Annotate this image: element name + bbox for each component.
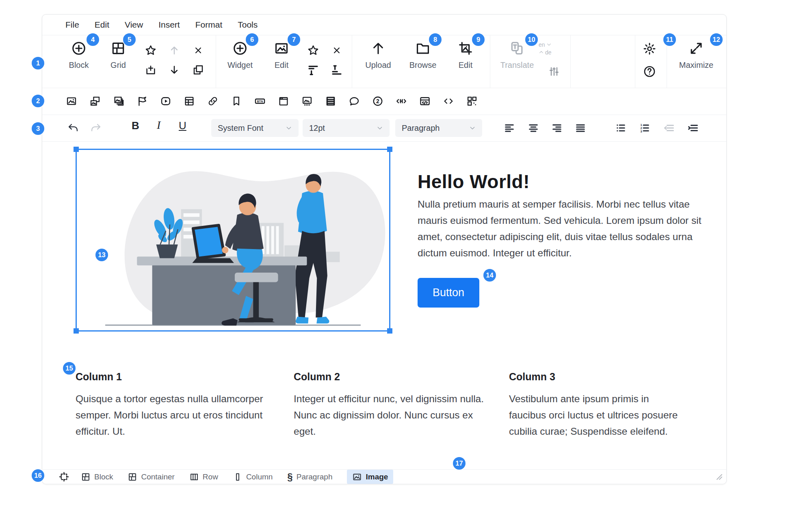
menu-tools[interactable]: Tools — [238, 20, 258, 30]
chevron-down-icon — [469, 125, 476, 131]
insert-embed-button[interactable] — [419, 95, 431, 107]
path-item-block[interactable]: Block — [81, 472, 113, 482]
image-crop-icon — [458, 41, 473, 58]
upload-arrow-icon — [370, 41, 386, 58]
column-title: Column 3 — [509, 371, 680, 383]
favorite-star-button[interactable] — [304, 42, 322, 59]
focus-outline-button[interactable] — [58, 471, 69, 482]
circle-plus-icon — [232, 41, 248, 58]
align-center-button[interactable] — [528, 122, 539, 134]
column-title: Column 2 — [294, 371, 485, 383]
selected-image-block[interactable] — [76, 149, 390, 332]
resize-handle-top-right[interactable] — [387, 147, 392, 152]
insert-steps-button[interactable]: 2 — [372, 95, 383, 107]
insert-blocks-button[interactable] — [466, 95, 478, 107]
callout-badge-15: 15 — [63, 362, 76, 375]
path-item-column[interactable]: Column — [233, 472, 273, 482]
insert-button-button[interactable]: BTN — [254, 95, 266, 107]
menu-format[interactable]: Format — [195, 20, 223, 30]
editor-window: File Edit View Insert Format Tools Block… — [42, 14, 727, 484]
favorite-star-button[interactable] — [142, 42, 160, 59]
menu-view[interactable]: View — [125, 20, 143, 30]
insert-video-button[interactable] — [160, 95, 171, 107]
duplicate-button[interactable] — [189, 62, 207, 78]
numbered-list-button[interactable]: 123 — [639, 122, 650, 134]
upload-image-button[interactable]: Upload — [357, 41, 399, 70]
move-down-button[interactable] — [165, 62, 183, 78]
undo-button[interactable] — [67, 122, 79, 134]
translate-options-button[interactable] — [545, 63, 563, 80]
callout-badge-8: 8 — [429, 33, 442, 46]
content-paragraph[interactable]: Nulla pretium mauris at semper facilisis… — [418, 196, 707, 261]
resize-handle-bottom-right[interactable] — [387, 328, 392, 334]
editor-canvas[interactable]: Hello World! Nulla pretium mauris at sem… — [42, 141, 726, 470]
outdent-button[interactable] — [663, 122, 675, 134]
grid-icon — [110, 41, 126, 58]
move-up-button[interactable] — [165, 42, 183, 59]
align-right-button[interactable] — [551, 122, 563, 134]
resize-grip[interactable] — [716, 474, 723, 482]
menu-bar: File Edit View Insert Format Tools — [42, 15, 726, 35]
callout-badge-5: 5 — [123, 33, 136, 46]
remove-widget-button[interactable] — [328, 42, 346, 59]
content-heading[interactable]: Hello World! — [418, 171, 530, 193]
caption-bottom-button[interactable] — [328, 62, 346, 78]
insert-banner-button[interactable] — [136, 95, 148, 107]
insert-image-button[interactable] — [66, 95, 77, 107]
content-cta-button[interactable]: Button — [418, 278, 479, 308]
menu-edit[interactable]: Edit — [95, 20, 109, 30]
path-item-image[interactable]: Image — [347, 470, 393, 484]
insert-table-button[interactable] — [184, 95, 195, 107]
bold-button[interactable]: B — [132, 119, 139, 132]
delete-block-button[interactable] — [189, 42, 207, 59]
insert-comment-button[interactable] — [349, 95, 360, 107]
content-column-3[interactable]: Column 3 Vestibulum ante ipsum primis in… — [509, 371, 680, 440]
insert-heading-button[interactable] — [396, 95, 407, 107]
align-left-button[interactable] — [504, 122, 515, 134]
insert-slideshow-button[interactable] — [301, 95, 313, 107]
container-icon — [128, 472, 137, 482]
insert-image-set-button[interactable] — [89, 95, 101, 107]
insert-grid-button[interactable]: Grid — [97, 41, 139, 70]
insert-code-button[interactable] — [443, 95, 454, 107]
chevron-up-icon — [539, 50, 544, 55]
insert-anchor-button[interactable] — [231, 95, 242, 107]
svg-text:3: 3 — [641, 130, 642, 133]
language-switcher[interactable]: en de — [539, 41, 574, 56]
insert-link-button[interactable] — [207, 95, 219, 107]
font-family-select[interactable]: System Font — [211, 119, 299, 137]
menu-insert[interactable]: Insert — [158, 20, 180, 30]
insert-template-button[interactable] — [278, 95, 289, 107]
chevron-down-icon — [377, 125, 383, 131]
callout-badge-6: 6 — [246, 33, 258, 46]
indent-button[interactable] — [687, 122, 699, 134]
toolbar-insert: BTN 2 — [42, 88, 726, 115]
menu-file[interactable]: File — [65, 20, 79, 30]
path-item-container[interactable]: Container — [128, 472, 174, 482]
insert-gallery-button[interactable] — [113, 95, 124, 107]
maximize-button[interactable]: Maximize — [675, 41, 717, 70]
content-column-1[interactable]: Column 1 Quisque a tortor egestas nulla … — [76, 371, 266, 440]
callout-badge-7: 7 — [288, 33, 300, 46]
font-size-select[interactable]: 12pt — [303, 119, 390, 137]
content-column-2[interactable]: Column 2 Integer ut efficitur nunc, vel … — [294, 371, 485, 440]
toolbar-formatting: B I U System Font 12pt Paragraph 123 — [42, 115, 726, 142]
settings-gear-button[interactable] — [641, 41, 658, 57]
caption-top-button[interactable] — [304, 62, 322, 78]
element-path-bar: Block Container Row Column § Paragraph I… — [42, 469, 726, 484]
help-button[interactable] — [641, 63, 658, 80]
resize-handle-bottom-left[interactable] — [74, 328, 79, 334]
italic-button[interactable]: I — [157, 119, 160, 132]
block-format-select[interactable]: Paragraph — [395, 119, 482, 137]
redo-button[interactable] — [90, 122, 102, 134]
grid-icon — [81, 472, 91, 482]
save-to-library-button[interactable] — [142, 62, 160, 78]
row-icon — [189, 472, 199, 482]
path-item-row[interactable]: Row — [189, 472, 218, 482]
resize-handle-top-left[interactable] — [74, 147, 79, 152]
path-item-paragraph[interactable]: § Paragraph — [287, 471, 332, 483]
insert-article-button[interactable] — [325, 95, 336, 107]
align-justify-button[interactable] — [575, 122, 586, 134]
underline-button[interactable]: U — [179, 119, 186, 132]
bullet-list-button[interactable] — [615, 122, 626, 134]
